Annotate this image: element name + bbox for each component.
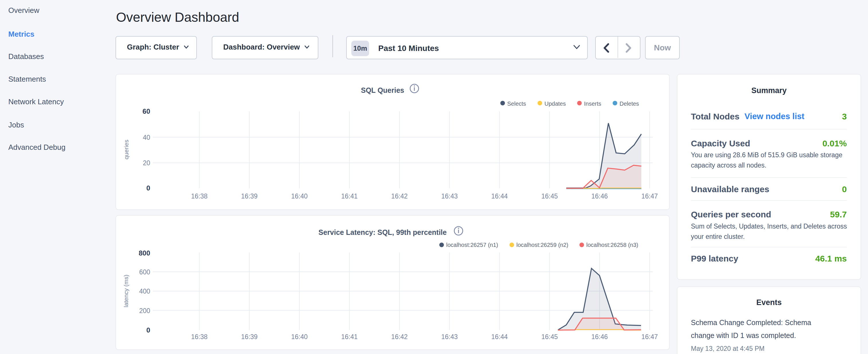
- svg-text:localhost:26257 (n1): localhost:26257 (n1): [446, 242, 498, 248]
- svg-text:Updates: Updates: [545, 100, 566, 107]
- svg-text:800: 800: [139, 249, 150, 257]
- svg-text:16:41: 16:41: [341, 192, 358, 200]
- svg-text:200: 200: [139, 307, 150, 315]
- svg-text:16:41: 16:41: [341, 333, 358, 341]
- svg-text:16:44: 16:44: [491, 192, 508, 200]
- svg-text:16:44: 16:44: [491, 333, 508, 341]
- svg-text:Deletes: Deletes: [620, 100, 639, 107]
- svg-text:localhost:26258 (n3): localhost:26258 (n3): [586, 242, 638, 248]
- svg-text:0: 0: [147, 184, 150, 192]
- svg-text:600: 600: [139, 268, 150, 276]
- svg-text:16:40: 16:40: [291, 333, 308, 341]
- svg-text:queries: queries: [123, 140, 129, 160]
- svg-text:16:47: 16:47: [641, 333, 658, 341]
- svg-text:16:46: 16:46: [591, 333, 608, 341]
- svg-text:Inserts: Inserts: [584, 100, 601, 107]
- svg-text:16:38: 16:38: [191, 333, 208, 341]
- svg-text:Selects: Selects: [507, 100, 526, 107]
- svg-text:400: 400: [139, 288, 150, 295]
- svg-text:16:38: 16:38: [191, 192, 208, 200]
- svg-text:SQL Queries: SQL Queries: [361, 86, 404, 94]
- svg-text:16:42: 16:42: [391, 192, 408, 200]
- svg-text:latency (ms): latency (ms): [123, 275, 129, 307]
- svg-text:16:46: 16:46: [591, 192, 608, 200]
- svg-text:16:40: 16:40: [291, 192, 308, 200]
- svg-text:Service Latency: SQL, 99th per: Service Latency: SQL, 99th percentile: [318, 228, 446, 236]
- svg-text:16:45: 16:45: [541, 333, 558, 341]
- svg-text:16:42: 16:42: [391, 333, 408, 341]
- svg-text:60: 60: [143, 107, 150, 115]
- svg-text:localhost:26259 (n2): localhost:26259 (n2): [517, 242, 568, 248]
- svg-text:16:47: 16:47: [641, 192, 658, 200]
- svg-text:0: 0: [147, 326, 150, 334]
- svg-text:16:39: 16:39: [241, 333, 258, 341]
- svg-text:16:43: 16:43: [441, 192, 458, 200]
- svg-text:40: 40: [143, 134, 150, 141]
- svg-text:16:45: 16:45: [541, 192, 558, 200]
- svg-text:20: 20: [143, 159, 150, 167]
- svg-text:16:43: 16:43: [441, 333, 458, 341]
- svg-text:16:39: 16:39: [241, 192, 258, 200]
